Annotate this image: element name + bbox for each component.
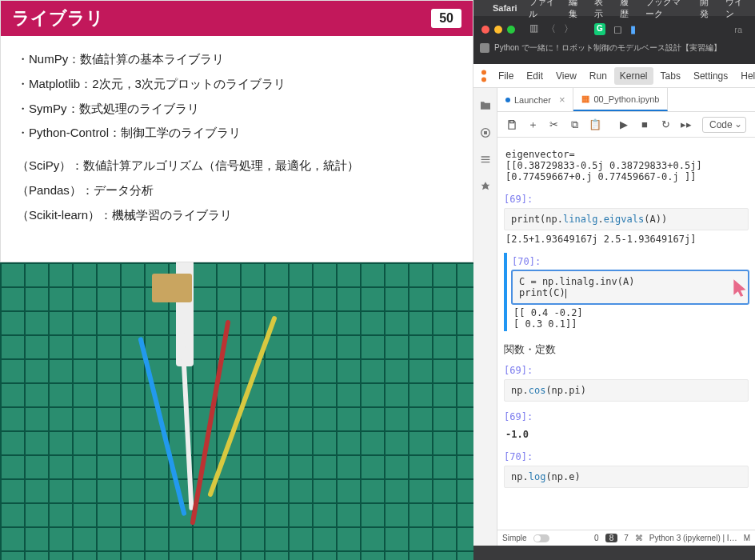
browser-tab[interactable]: Python で一緒に！ロボット制御のモデルベース設計【実習編】 bbox=[473, 39, 755, 57]
jl-menubar: File Edit View Run Kernel Tabs Settings … bbox=[473, 64, 755, 88]
menu-item[interactable]: ファイル bbox=[529, 0, 557, 20]
status-mode: M bbox=[744, 534, 750, 542]
stop-button[interactable]: ■ bbox=[635, 115, 654, 134]
jl-menu-file[interactable]: File bbox=[493, 67, 519, 85]
slide-body: ・NumPy：数値計算の基本ライブラリ ・Matplotlib：2次元，3次元プ… bbox=[1, 36, 473, 238]
status-mem: 8 bbox=[605, 534, 618, 542]
jl-statusbar: Simple 0 8 7 ⌘ Python 3 (ipykernel) | I…… bbox=[497, 530, 755, 546]
menu-item[interactable]: 編集 bbox=[569, 0, 583, 20]
svg-rect-4 bbox=[510, 120, 514, 122]
cell-type-select[interactable]: Code bbox=[702, 117, 746, 133]
copy-button[interactable]: ⧉ bbox=[565, 115, 584, 134]
notebook-icon: ▦ bbox=[581, 94, 589, 104]
cell-output: [2.5+1.93649167j 2.5-1.93649167j] bbox=[504, 230, 749, 246]
svg-point-1 bbox=[481, 77, 486, 82]
menu-item[interactable]: 開発 bbox=[700, 0, 714, 20]
status-tasks: 0 bbox=[594, 534, 599, 542]
tab-title: Python で一緒に！ロボット制御のモデルベース設計【実習編】 bbox=[494, 42, 721, 54]
status-tab-count: 7 bbox=[624, 534, 629, 542]
folder-icon[interactable] bbox=[479, 99, 492, 112]
nav-back-icon[interactable]: 〈 bbox=[546, 22, 556, 36]
slide-extra: （Pandas）：データ分析 bbox=[17, 178, 457, 203]
favicon-icon bbox=[480, 43, 489, 53]
slide-item: ・Python-Control：制御工学のライブラリ bbox=[17, 121, 457, 146]
jupyterlab: File Edit View Run Kernel Tabs Settings … bbox=[473, 64, 755, 546]
nav-forward-icon[interactable]: 〉 bbox=[564, 22, 573, 36]
window-close[interactable] bbox=[481, 26, 489, 34]
slide-title: ライブラリ bbox=[12, 6, 104, 30]
restart-button[interactable]: ↻ bbox=[656, 115, 675, 134]
tab-label: Launcher bbox=[514, 95, 551, 105]
url-hint[interactable]: ra bbox=[734, 25, 747, 34]
slide-item: ・NumPy：数値計算の基本ライブラリ bbox=[17, 47, 457, 72]
run-button[interactable]: ▶ bbox=[614, 115, 633, 134]
markdown-cell[interactable]: 関数・定数 bbox=[504, 338, 749, 358]
slide-extra: （Scikit-learn）：機械学習のライブラリ bbox=[17, 203, 457, 228]
slide-extra: （SciPy）：数値計算アルゴリズム（信号処理，最適化，統計） bbox=[17, 154, 457, 178]
jl-menu-run[interactable]: Run bbox=[584, 67, 613, 85]
window-minimize[interactable] bbox=[494, 26, 502, 34]
browser-chrome: ▥ 〈 〉 G ◻ ▮ ra Python で一緒に！ロボット制御のモデルベース… bbox=[473, 16, 755, 64]
extensions-icon[interactable] bbox=[479, 181, 492, 194]
cell-prompt: [70]: bbox=[512, 253, 749, 270]
tab-close-icon[interactable]: × bbox=[559, 94, 565, 106]
jl-menu-help[interactable]: Hel bbox=[735, 67, 755, 85]
menu-item[interactable]: ブックマーク bbox=[645, 0, 689, 20]
extension-notion-icon[interactable]: ◻ bbox=[613, 23, 622, 35]
tab-launcher[interactable]: Launcher × bbox=[497, 88, 573, 111]
jl-menu-tabs[interactable]: Tabs bbox=[655, 67, 686, 85]
hardware-photo: Motor Control with Python naso bbox=[0, 262, 473, 560]
status-simple[interactable]: Simple bbox=[502, 534, 527, 542]
run-all-button[interactable]: ▸▸ bbox=[677, 115, 696, 134]
extension-doc-icon[interactable]: ▮ bbox=[630, 23, 636, 35]
jl-menu-edit[interactable]: Edit bbox=[521, 67, 549, 85]
mac-menubar: Safari ファイル 編集 表示 履歴 ブックマーク 開発 ウイン bbox=[473, 0, 755, 16]
jl-activity-bar bbox=[473, 88, 497, 546]
menu-app[interactable]: Safari bbox=[493, 3, 517, 13]
save-button[interactable] bbox=[502, 115, 521, 134]
code-cell[interactable]: print(np.linalg.eigvals(A)) bbox=[504, 208, 749, 230]
jl-menu-settings[interactable]: Settings bbox=[688, 67, 733, 85]
slide-item: ・SymPy：数式処理のライブラリ bbox=[17, 97, 457, 122]
cell-output: -1.0 bbox=[504, 426, 749, 442]
cell-output: [[ 0.4 -0.2] [ 0.3 0.1]] bbox=[512, 304, 749, 331]
cell-prompt: [69]: bbox=[504, 362, 749, 379]
jl-menu-view[interactable]: View bbox=[550, 67, 582, 85]
cell-output: eigenvector= [[0.38729833-0.5j 0.3872983… bbox=[504, 146, 749, 184]
slide-card: ライブラリ 50 ・NumPy：数値計算の基本ライブラリ ・Matplotlib… bbox=[0, 0, 473, 262]
slide-item: ・Matplotlib：2次元，3次元プロットのライブラリ bbox=[17, 72, 457, 97]
status-kernel[interactable]: Python 3 (ipykernel) | I… bbox=[649, 534, 737, 542]
menu-item[interactable]: 履歴 bbox=[620, 0, 634, 20]
code-cell[interactable]: np.cos(np.pi) bbox=[504, 379, 749, 402]
slide-page-number: 50 bbox=[431, 9, 461, 28]
tab-label: 00_Python.ipynb bbox=[593, 94, 659, 104]
terminal-icon[interactable]: ⌘ bbox=[635, 534, 643, 542]
jl-toolbar: ＋ ✂ ⧉ 📋 ▶ ■ ↻ ▸▸ Code bbox=[497, 112, 755, 138]
svg-point-0 bbox=[481, 70, 486, 74]
svg-rect-3 bbox=[484, 131, 487, 134]
menu-item[interactable]: ウイン bbox=[725, 0, 747, 20]
paste-button[interactable]: 📋 bbox=[585, 115, 605, 134]
toc-icon[interactable] bbox=[479, 154, 492, 166]
notebook-area[interactable]: eigenvector= [[0.38729833-0.5j 0.3872983… bbox=[497, 138, 755, 530]
code-cell[interactable]: np.log(np.e) bbox=[504, 466, 749, 488]
cell-prompt: [69]: bbox=[504, 408, 749, 426]
jl-menu-kernel[interactable]: Kernel bbox=[614, 67, 653, 85]
extension-grammarly-icon[interactable]: G bbox=[594, 23, 605, 35]
cut-button[interactable]: ✂ bbox=[544, 115, 563, 134]
cell-prompt: [70]: bbox=[504, 448, 749, 466]
launcher-icon bbox=[505, 98, 510, 102]
cutting-mat bbox=[0, 262, 473, 560]
menu-item[interactable]: 表示 bbox=[594, 0, 609, 20]
insert-cell-button[interactable]: ＋ bbox=[523, 115, 542, 134]
sidebar-toggle-icon[interactable]: ▥ bbox=[529, 22, 538, 36]
cell-prompt: [69]: bbox=[504, 190, 749, 208]
slide-header: ライブラリ 50 bbox=[1, 1, 473, 36]
running-icon[interactable] bbox=[479, 126, 492, 139]
jl-tabstrip: Launcher × ▦ 00_Python.ipynb bbox=[497, 88, 755, 112]
simple-toggle[interactable] bbox=[533, 534, 549, 542]
tab-notebook[interactable]: ▦ 00_Python.ipynb bbox=[573, 88, 668, 111]
window-zoom[interactable] bbox=[507, 26, 515, 34]
code-cell-selected[interactable]: C = np.linalg.inv(A) print(C) bbox=[512, 270, 749, 304]
jupyter-logo-icon[interactable] bbox=[477, 67, 491, 85]
